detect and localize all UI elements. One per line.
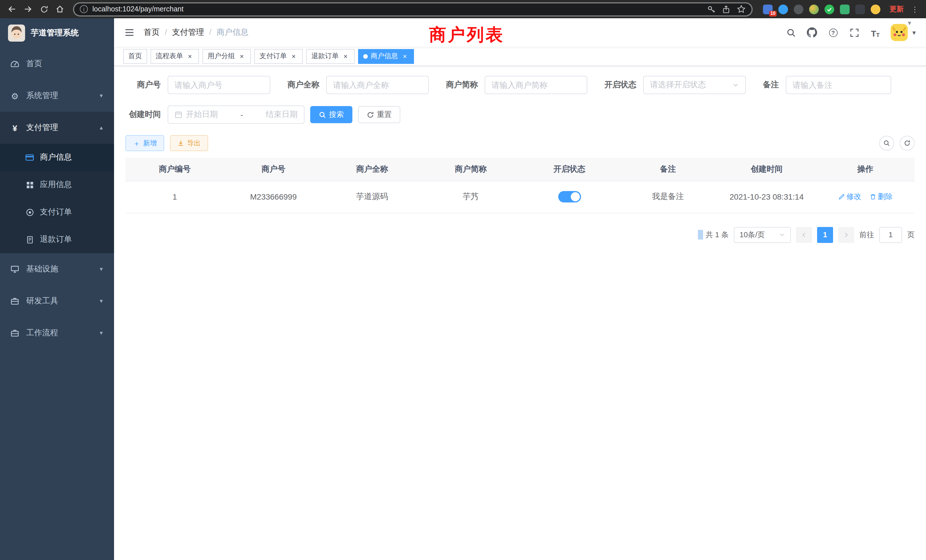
address-bar[interactable]: i localhost:1024/pay/merchant — [73, 2, 753, 16]
help-icon[interactable]: ? — [828, 27, 839, 38]
browser-menu-icon[interactable]: ⋮ — [908, 5, 921, 14]
extension-badge: 10 — [769, 11, 776, 16]
search-button[interactable]: 搜索 — [310, 106, 353, 123]
chevron-down-icon: ▼ — [98, 266, 104, 272]
tab-merchant-info[interactable]: 商户信息× — [358, 49, 414, 64]
next-page-button[interactable] — [838, 227, 854, 243]
chevron-down-icon: ▼ — [98, 298, 104, 304]
fullscreen-icon[interactable] — [849, 27, 860, 38]
sidebar-item-payment[interactable]: ¥ 支付管理 ▲ — [0, 112, 114, 144]
toggle-search-button[interactable] — [879, 136, 894, 151]
home-icon — [55, 5, 64, 14]
extension-icon-4[interactable] — [809, 4, 819, 14]
tab-process-form[interactable]: 流程表单× — [151, 49, 199, 64]
extension-icon-7[interactable] — [855, 4, 865, 14]
status-toggle[interactable] — [558, 191, 581, 203]
sidebar-submenu-payment: 商户信息 应用信息 支付订单 — [0, 144, 114, 253]
filter-create-time: 创建时间 开始日期 - 结束日期 — [126, 106, 304, 124]
sidebar-item-label: 商户信息 — [40, 152, 72, 162]
browser-update-button[interactable]: 更新 — [886, 4, 907, 14]
table-header-row: 商户编号 商户号 商户全称 商户简称 开启状态 备注 创建时间 操作 — [126, 158, 915, 181]
add-button[interactable]: ＋ 新增 — [126, 135, 164, 151]
close-icon[interactable]: × — [186, 52, 194, 60]
goto-page-input[interactable] — [879, 227, 902, 243]
sidebar-item-system[interactable]: ⚙ 系统管理 ▼ — [0, 80, 114, 112]
extension-icon-3[interactable] — [794, 4, 803, 14]
tab-home[interactable]: 首页 — [123, 49, 147, 64]
status-select[interactable]: 请选择开启状态 — [643, 76, 746, 94]
goto-label: 前往 — [859, 230, 874, 240]
refresh-icon — [367, 111, 374, 118]
sidebar-logo[interactable]: 芋道管理系统 — [0, 18, 114, 48]
close-icon[interactable]: × — [342, 52, 350, 60]
sidebar-item-infrastructure[interactable]: 基础设施 ▼ — [0, 253, 114, 285]
sidebar-item-home[interactable]: 首页 — [0, 48, 114, 80]
browser-reload-button[interactable] — [36, 2, 51, 17]
url-text[interactable]: localhost:1024/pay/merchant — [92, 5, 702, 13]
browser-forward-button[interactable] — [21, 2, 35, 17]
delete-button[interactable]: 删除 — [869, 192, 893, 202]
cell-remark: 我是备注 — [619, 181, 717, 213]
export-button[interactable]: 导出 — [170, 135, 208, 151]
tab-label: 首页 — [128, 51, 142, 61]
yen-icon: ¥ — [10, 123, 20, 132]
github-icon[interactable] — [806, 27, 818, 38]
sidebar-item-payment-orders[interactable]: 支付订单 — [0, 198, 114, 226]
close-icon[interactable]: × — [290, 52, 298, 60]
sidebar-item-dev-tools[interactable]: 研发工具 ▼ — [0, 285, 114, 317]
site-info-icon[interactable]: i — [80, 5, 88, 13]
close-icon[interactable]: × — [238, 52, 246, 60]
pagination: 共 1 条 10条/页 1 前往 页 — [126, 227, 915, 243]
reset-button[interactable]: 重置 — [358, 106, 400, 123]
date-range-picker[interactable]: 开始日期 - 结束日期 — [168, 106, 304, 124]
sidebar: 芋道管理系统 首页 ⚙ 系统管理 ▼ ¥ 支付管理 ▲ — [0, 18, 114, 560]
user-avatar — [891, 24, 908, 41]
breadcrumb-home[interactable]: 首页 — [144, 27, 172, 38]
hamburger-icon[interactable] — [123, 26, 136, 39]
page-number-1[interactable]: 1 — [817, 227, 833, 243]
user-menu[interactable]: ▼ — [891, 24, 917, 41]
refresh-icon — [904, 140, 911, 147]
sidebar-item-label: 研发工具 — [26, 296, 58, 306]
sidebar-item-workflow[interactable]: 工作流程 ▼ — [0, 317, 114, 349]
toolbar-right — [879, 136, 915, 151]
page-size-select[interactable]: 10条/页 — [734, 227, 791, 243]
tab-payment-orders[interactable]: 支付订单× — [254, 49, 303, 64]
sidebar-item-refund-orders[interactable]: 退款订单 — [0, 226, 114, 253]
tab-label: 用户分组 — [207, 51, 235, 61]
password-key-icon[interactable] — [707, 5, 716, 14]
refresh-table-button[interactable] — [900, 136, 915, 151]
table-toolbar: ＋ 新增 导出 — [126, 135, 915, 151]
extension-icon-5[interactable] — [825, 4, 834, 14]
chevron-down-icon[interactable]: ▼ — [906, 20, 912, 26]
sidebar-item-app-info[interactable]: 应用信息 — [0, 171, 114, 198]
sidebar-item-merchant-info[interactable]: 商户信息 — [0, 144, 114, 171]
search-icon[interactable] — [785, 27, 797, 38]
extension-icon-2[interactable] — [778, 4, 788, 14]
browser-back-button[interactable] — [5, 2, 20, 17]
remark-input[interactable] — [786, 76, 891, 94]
filter-full-name: 商户全称 — [287, 76, 429, 94]
prev-page-button[interactable] — [796, 227, 812, 243]
merchant-no-input[interactable] — [168, 76, 270, 94]
tab-refund-orders[interactable]: 退款订单× — [306, 49, 355, 64]
close-icon[interactable]: × — [401, 52, 409, 60]
app-title: 芋道管理系统 — [31, 28, 79, 38]
edit-button[interactable]: 修改 — [838, 192, 861, 202]
extension-icon-1[interactable]: 10 — [763, 4, 773, 14]
full-name-input[interactable] — [326, 76, 429, 94]
pagination-total: 共 1 条 — [706, 230, 729, 240]
extension-icon-6[interactable] — [840, 4, 850, 14]
filter-label: 商户简称 — [446, 80, 485, 90]
breadcrumb-payment[interactable]: 支付管理 — [172, 27, 217, 38]
font-size-icon[interactable]: TT — [870, 27, 881, 38]
forward-arrow-icon — [23, 5, 32, 14]
bookmark-star-icon[interactable] — [737, 5, 746, 14]
share-icon[interactable] — [722, 5, 731, 14]
sidebar-item-label: 支付管理 — [26, 123, 58, 133]
extension-icon-8[interactable] — [871, 4, 881, 14]
browser-home-button[interactable] — [53, 2, 67, 17]
back-arrow-icon — [8, 5, 17, 14]
short-name-input[interactable] — [485, 76, 587, 94]
tab-user-group[interactable]: 用户分组× — [203, 49, 251, 64]
